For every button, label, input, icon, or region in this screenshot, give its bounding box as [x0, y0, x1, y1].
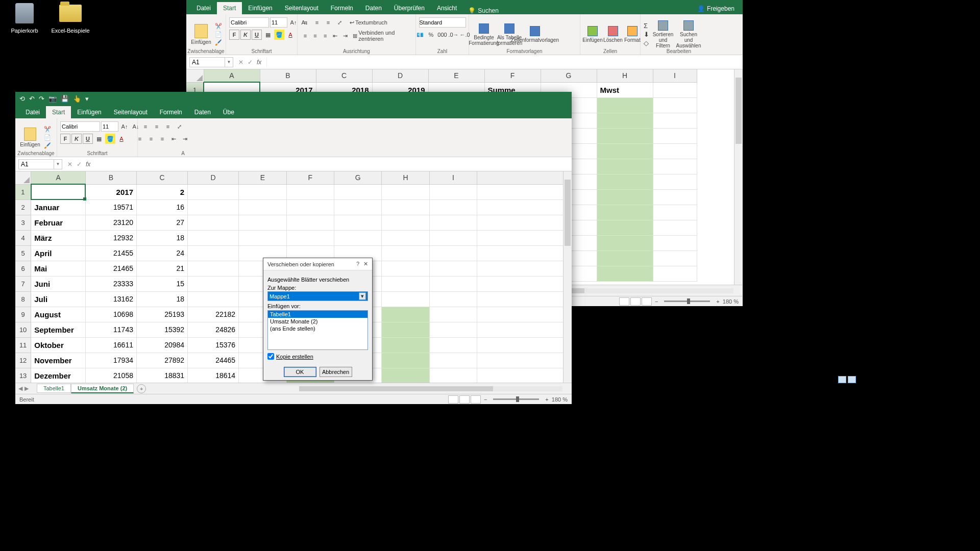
number-format-select[interactable]	[419, 17, 466, 28]
align-right-icon[interactable]: ≡	[321, 31, 330, 41]
cell-B5-2[interactable]: 21455	[85, 246, 136, 261]
vertical-scrollbar-2[interactable]	[563, 171, 572, 383]
col-header--2[interactable]	[477, 171, 572, 184]
workbook-dropdown[interactable]: Mappe1 ▾	[267, 291, 368, 301]
increase-font-icon[interactable]: A↑	[119, 121, 130, 132]
col-header-I-2[interactable]: I	[429, 171, 477, 184]
clear-icon[interactable]: ◇	[644, 39, 649, 47]
cell-I2[interactable]	[653, 97, 697, 113]
cell-B3-2[interactable]: 23120	[85, 215, 136, 231]
align-middle-icon[interactable]: ≡	[152, 121, 162, 132]
cell-D12-2[interactable]: 24465	[188, 353, 239, 368]
cell-C1-2[interactable]: 2	[136, 184, 187, 199]
italic-button[interactable]: K	[240, 30, 251, 40]
row-header-6-2[interactable]: 6	[15, 261, 31, 277]
touch-mode-icon[interactable]: 👆	[73, 95, 81, 103]
font-name-select[interactable]	[229, 17, 269, 28]
cell-I1[interactable]	[653, 82, 697, 97]
row-header-5-2[interactable]: 5	[15, 246, 31, 261]
desktop-recycle-bin[interactable]: Papierkorb	[5, 1, 44, 34]
align-top-icon[interactable]: ≡	[140, 121, 151, 132]
tab-file-2[interactable]: Datei	[19, 106, 46, 118]
col-header-I[interactable]: I	[653, 69, 697, 82]
search-box[interactable]: 💡 Suchen	[468, 7, 499, 14]
fill-icon[interactable]: ⬇	[644, 31, 649, 38]
zoom-level[interactable]: 180 %	[723, 298, 739, 305]
thumb-icon[interactable]	[848, 376, 856, 383]
row-header-11-2[interactable]: 11	[15, 338, 31, 353]
currency-icon[interactable]: 💶	[415, 30, 425, 40]
align-bottom-icon[interactable]: ≡	[323, 17, 333, 28]
indent-dec-icon[interactable]: ⇤	[168, 134, 179, 144]
cell-I3[interactable]	[653, 113, 697, 129]
tab-page-layout-2[interactable]: Seitenlayout	[108, 106, 154, 118]
cancel-button[interactable]: Abbrechen	[320, 367, 352, 377]
zoom-out-icon[interactable]: −	[655, 298, 658, 305]
row-header-7-2[interactable]: 7	[15, 277, 31, 292]
cell-I8[interactable]	[653, 190, 697, 205]
tab-data-2[interactable]: Daten	[188, 106, 217, 118]
row-header-2-2[interactable]: 2	[15, 199, 31, 215]
border-icon[interactable]: ▦	[263, 30, 273, 40]
tab-review-2[interactable]: Übe	[217, 106, 240, 118]
inc-decimal-icon[interactable]: .0→	[449, 30, 459, 40]
col-header-E-2[interactable]: E	[239, 171, 286, 184]
cancel-formula-icon[interactable]: ✕	[67, 161, 72, 168]
zoom-in-icon[interactable]: +	[545, 396, 548, 403]
cell-A9-2[interactable]: August	[31, 307, 86, 322]
thumb-icon[interactable]	[838, 376, 846, 383]
view-normal-icon[interactable]	[448, 395, 458, 404]
align-left-icon[interactable]: ≡	[301, 31, 310, 41]
zoom-slider-2[interactable]	[493, 398, 539, 400]
cell-I10[interactable]	[653, 220, 697, 236]
align-right-icon[interactable]: ≡	[157, 134, 167, 144]
tab-insert-2[interactable]: Einfügen	[71, 106, 107, 118]
cell-D5-2[interactable]	[188, 246, 239, 261]
cell-A13-2[interactable]: Dezember	[31, 368, 86, 383]
fx-icon[interactable]: fx	[257, 59, 261, 66]
align-center-icon[interactable]: ≡	[311, 31, 320, 41]
cell-C4-2[interactable]: 18	[136, 231, 187, 246]
copy-icon[interactable]: 📄	[215, 31, 222, 38]
cell-D4-2[interactable]	[188, 231, 239, 246]
indent-dec-icon[interactable]: ⇤	[331, 31, 340, 41]
name-box[interactable]: A1	[189, 57, 225, 67]
cell-C5-2[interactable]: 24	[136, 246, 187, 261]
col-header-F[interactable]: F	[484, 69, 541, 82]
cell-A3-2[interactable]: Februar	[31, 215, 86, 231]
col-header-E[interactable]: E	[428, 69, 484, 82]
redo-icon[interactable]: ↷	[39, 95, 44, 103]
underline-button[interactable]: U	[252, 30, 262, 40]
row-header-1-2[interactable]: 1	[15, 184, 31, 199]
cell-D8-2[interactable]	[188, 292, 239, 307]
select-all-button[interactable]	[186, 69, 204, 82]
row-header-10-2[interactable]: 10	[15, 322, 31, 338]
tab-view[interactable]: Ansicht	[431, 2, 463, 14]
col-header-B-2[interactable]: B	[85, 171, 136, 184]
row-header-8-2[interactable]: 8	[15, 292, 31, 307]
tab-formulas-2[interactable]: Formeln	[154, 106, 188, 118]
cell-C3-2[interactable]: 27	[136, 215, 187, 231]
cell-B2-2[interactable]: 19571	[85, 199, 136, 215]
cell-D7-2[interactable]	[188, 277, 239, 292]
row-header-9-2[interactable]: 9	[15, 307, 31, 322]
col-header-H-2[interactable]: H	[382, 171, 429, 184]
cell-C11-2[interactable]: 20984	[136, 338, 187, 353]
customize-qat-icon[interactable]: ▾	[85, 95, 89, 103]
horizontal-scrollbar-2[interactable]	[299, 385, 572, 392]
cells-format-button[interactable]: Format	[624, 26, 641, 43]
view-page-layout-icon[interactable]	[459, 395, 470, 404]
create-copy-input[interactable]	[267, 353, 274, 360]
camera-icon[interactable]: 📷	[48, 95, 57, 103]
bold-button[interactable]: F	[229, 30, 239, 40]
name-box-dropdown[interactable]: ▼	[225, 57, 233, 67]
col-header-A-2[interactable]: A	[31, 171, 86, 184]
sheet-tab-umsatz[interactable]: Umsatz Monate (2)	[71, 384, 134, 393]
undo-icon[interactable]: ↶	[29, 95, 35, 103]
cell-I13[interactable]	[653, 266, 697, 282]
col-header-D[interactable]: D	[372, 69, 428, 82]
save-icon[interactable]: 💾	[61, 95, 69, 103]
font-color-icon[interactable]: A	[116, 134, 127, 144]
view-page-break-icon[interactable]	[642, 297, 652, 306]
dialog-titlebar[interactable]: Verschieben oder kopieren ? ✕	[263, 258, 372, 270]
